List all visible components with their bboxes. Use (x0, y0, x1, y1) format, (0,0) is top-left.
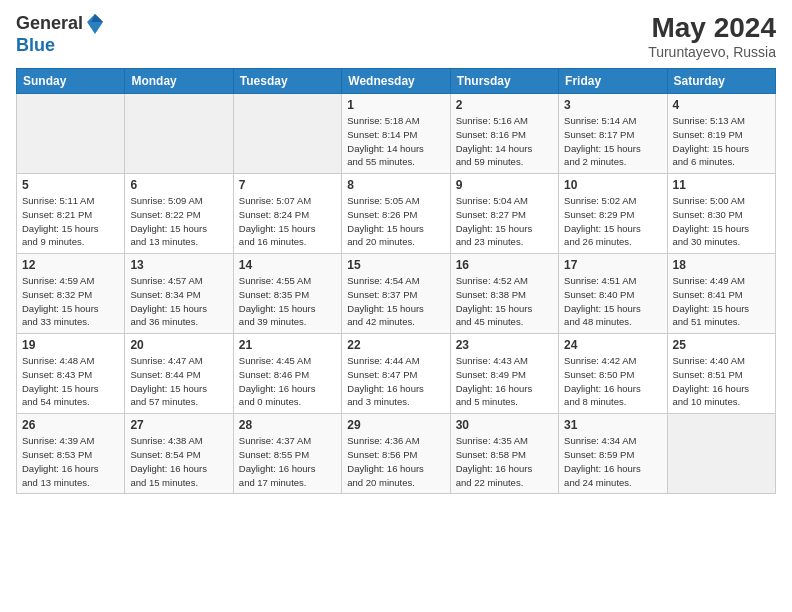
table-row: 14Sunrise: 4:55 AM Sunset: 8:35 PM Dayli… (233, 254, 341, 334)
day-number: 23 (456, 338, 553, 352)
day-info: Sunrise: 5:02 AM Sunset: 8:29 PM Dayligh… (564, 194, 661, 249)
day-number: 16 (456, 258, 553, 272)
day-info: Sunrise: 4:48 AM Sunset: 8:43 PM Dayligh… (22, 354, 119, 409)
table-row: 27Sunrise: 4:38 AM Sunset: 8:54 PM Dayli… (125, 414, 233, 494)
logo-icon (85, 12, 105, 36)
day-info: Sunrise: 4:38 AM Sunset: 8:54 PM Dayligh… (130, 434, 227, 489)
day-info: Sunrise: 5:14 AM Sunset: 8:17 PM Dayligh… (564, 114, 661, 169)
day-info: Sunrise: 5:04 AM Sunset: 8:27 PM Dayligh… (456, 194, 553, 249)
day-info: Sunrise: 4:42 AM Sunset: 8:50 PM Dayligh… (564, 354, 661, 409)
table-row: 25Sunrise: 4:40 AM Sunset: 8:51 PM Dayli… (667, 334, 775, 414)
table-row: 23Sunrise: 4:43 AM Sunset: 8:49 PM Dayli… (450, 334, 558, 414)
col-wednesday: Wednesday (342, 69, 450, 94)
day-number: 21 (239, 338, 336, 352)
day-number: 5 (22, 178, 119, 192)
day-info: Sunrise: 5:05 AM Sunset: 8:26 PM Dayligh… (347, 194, 444, 249)
table-row: 5Sunrise: 5:11 AM Sunset: 8:21 PM Daylig… (17, 174, 125, 254)
table-row: 22Sunrise: 4:44 AM Sunset: 8:47 PM Dayli… (342, 334, 450, 414)
day-info: Sunrise: 5:00 AM Sunset: 8:30 PM Dayligh… (673, 194, 770, 249)
col-thursday: Thursday (450, 69, 558, 94)
day-info: Sunrise: 4:57 AM Sunset: 8:34 PM Dayligh… (130, 274, 227, 329)
calendar-week-row: 5Sunrise: 5:11 AM Sunset: 8:21 PM Daylig… (17, 174, 776, 254)
day-number: 26 (22, 418, 119, 432)
table-row: 9Sunrise: 5:04 AM Sunset: 8:27 PM Daylig… (450, 174, 558, 254)
table-row: 10Sunrise: 5:02 AM Sunset: 8:29 PM Dayli… (559, 174, 667, 254)
day-number: 7 (239, 178, 336, 192)
table-row: 26Sunrise: 4:39 AM Sunset: 8:53 PM Dayli… (17, 414, 125, 494)
day-number: 27 (130, 418, 227, 432)
table-row: 19Sunrise: 4:48 AM Sunset: 8:43 PM Dayli… (17, 334, 125, 414)
day-info: Sunrise: 4:44 AM Sunset: 8:47 PM Dayligh… (347, 354, 444, 409)
day-number: 4 (673, 98, 770, 112)
table-row: 18Sunrise: 4:49 AM Sunset: 8:41 PM Dayli… (667, 254, 775, 334)
day-number: 9 (456, 178, 553, 192)
logo-general-text: General (16, 14, 83, 34)
day-number: 18 (673, 258, 770, 272)
location-subtitle: Turuntayevo, Russia (648, 44, 776, 60)
day-number: 25 (673, 338, 770, 352)
table-row: 13Sunrise: 4:57 AM Sunset: 8:34 PM Dayli… (125, 254, 233, 334)
day-info: Sunrise: 5:16 AM Sunset: 8:16 PM Dayligh… (456, 114, 553, 169)
day-number: 2 (456, 98, 553, 112)
day-info: Sunrise: 4:39 AM Sunset: 8:53 PM Dayligh… (22, 434, 119, 489)
day-info: Sunrise: 4:37 AM Sunset: 8:55 PM Dayligh… (239, 434, 336, 489)
day-number: 30 (456, 418, 553, 432)
table-row: 21Sunrise: 4:45 AM Sunset: 8:46 PM Dayli… (233, 334, 341, 414)
table-row: 8Sunrise: 5:05 AM Sunset: 8:26 PM Daylig… (342, 174, 450, 254)
day-info: Sunrise: 4:36 AM Sunset: 8:56 PM Dayligh… (347, 434, 444, 489)
calendar-week-row: 12Sunrise: 4:59 AM Sunset: 8:32 PM Dayli… (17, 254, 776, 334)
day-info: Sunrise: 4:43 AM Sunset: 8:49 PM Dayligh… (456, 354, 553, 409)
day-info: Sunrise: 4:51 AM Sunset: 8:40 PM Dayligh… (564, 274, 661, 329)
calendar-table: Sunday Monday Tuesday Wednesday Thursday… (16, 68, 776, 494)
table-row: 15Sunrise: 4:54 AM Sunset: 8:37 PM Dayli… (342, 254, 450, 334)
table-row (125, 94, 233, 174)
table-row: 24Sunrise: 4:42 AM Sunset: 8:50 PM Dayli… (559, 334, 667, 414)
day-number: 19 (22, 338, 119, 352)
day-number: 22 (347, 338, 444, 352)
table-row: 30Sunrise: 4:35 AM Sunset: 8:58 PM Dayli… (450, 414, 558, 494)
day-number: 14 (239, 258, 336, 272)
calendar-page: General Blue May 2024 Turuntayevo, Russi… (0, 0, 792, 612)
table-row: 4Sunrise: 5:13 AM Sunset: 8:19 PM Daylig… (667, 94, 775, 174)
calendar-week-row: 1Sunrise: 5:18 AM Sunset: 8:14 PM Daylig… (17, 94, 776, 174)
day-info: Sunrise: 5:13 AM Sunset: 8:19 PM Dayligh… (673, 114, 770, 169)
table-row (667, 414, 775, 494)
table-row: 3Sunrise: 5:14 AM Sunset: 8:17 PM Daylig… (559, 94, 667, 174)
day-number: 13 (130, 258, 227, 272)
table-row: 29Sunrise: 4:36 AM Sunset: 8:56 PM Dayli… (342, 414, 450, 494)
day-info: Sunrise: 4:47 AM Sunset: 8:44 PM Dayligh… (130, 354, 227, 409)
day-number: 28 (239, 418, 336, 432)
calendar-week-row: 19Sunrise: 4:48 AM Sunset: 8:43 PM Dayli… (17, 334, 776, 414)
day-number: 12 (22, 258, 119, 272)
logo-blue-text: Blue (16, 36, 105, 56)
col-saturday: Saturday (667, 69, 775, 94)
table-row: 17Sunrise: 4:51 AM Sunset: 8:40 PM Dayli… (559, 254, 667, 334)
day-number: 20 (130, 338, 227, 352)
day-info: Sunrise: 5:18 AM Sunset: 8:14 PM Dayligh… (347, 114, 444, 169)
day-number: 8 (347, 178, 444, 192)
table-row: 31Sunrise: 4:34 AM Sunset: 8:59 PM Dayli… (559, 414, 667, 494)
table-row: 12Sunrise: 4:59 AM Sunset: 8:32 PM Dayli… (17, 254, 125, 334)
page-header: General Blue May 2024 Turuntayevo, Russi… (16, 12, 776, 60)
month-year-title: May 2024 (648, 12, 776, 44)
day-number: 31 (564, 418, 661, 432)
col-tuesday: Tuesday (233, 69, 341, 94)
col-sunday: Sunday (17, 69, 125, 94)
table-row: 7Sunrise: 5:07 AM Sunset: 8:24 PM Daylig… (233, 174, 341, 254)
day-info: Sunrise: 5:09 AM Sunset: 8:22 PM Dayligh… (130, 194, 227, 249)
table-row: 16Sunrise: 4:52 AM Sunset: 8:38 PM Dayli… (450, 254, 558, 334)
day-info: Sunrise: 5:07 AM Sunset: 8:24 PM Dayligh… (239, 194, 336, 249)
col-monday: Monday (125, 69, 233, 94)
calendar-header-row: Sunday Monday Tuesday Wednesday Thursday… (17, 69, 776, 94)
day-info: Sunrise: 4:59 AM Sunset: 8:32 PM Dayligh… (22, 274, 119, 329)
logo: General Blue (16, 12, 105, 56)
table-row (17, 94, 125, 174)
day-info: Sunrise: 4:54 AM Sunset: 8:37 PM Dayligh… (347, 274, 444, 329)
day-number: 10 (564, 178, 661, 192)
title-block: May 2024 Turuntayevo, Russia (648, 12, 776, 60)
day-info: Sunrise: 4:55 AM Sunset: 8:35 PM Dayligh… (239, 274, 336, 329)
table-row: 11Sunrise: 5:00 AM Sunset: 8:30 PM Dayli… (667, 174, 775, 254)
day-info: Sunrise: 4:34 AM Sunset: 8:59 PM Dayligh… (564, 434, 661, 489)
day-info: Sunrise: 4:35 AM Sunset: 8:58 PM Dayligh… (456, 434, 553, 489)
day-number: 11 (673, 178, 770, 192)
